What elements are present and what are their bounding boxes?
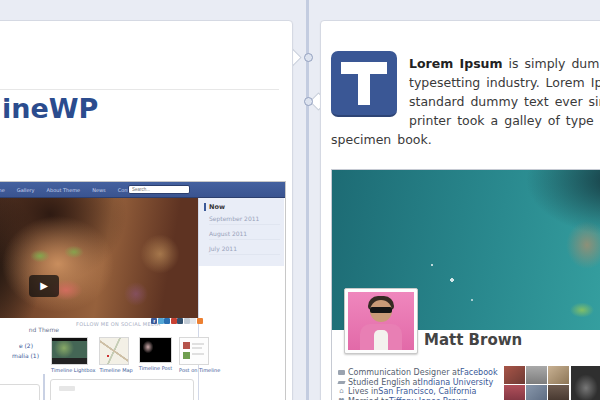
profile-name: Matt Brown: [424, 331, 522, 349]
info-text: Lives in: [348, 387, 378, 396]
card-divider: [0, 89, 279, 90]
paragraph-line: specimen book.: [331, 130, 432, 149]
home-icon: ⌂: [338, 388, 345, 395]
info-row-location: ⌂Lives in San Francisco, California: [338, 387, 498, 397]
profile-photo: [348, 292, 414, 350]
info-row-work: Communication Designer at Facebook: [338, 368, 498, 378]
thumbnail-caption[interactable]: Post on Timeline: [179, 367, 220, 373]
date-now[interactable]: Now: [204, 203, 280, 211]
theme-post-box: [0, 384, 40, 400]
thumbnail-image: [179, 337, 209, 365]
thumbnail-image: [51, 337, 88, 365]
nav-item-about[interactable]: About Theme: [47, 187, 81, 193]
friend-photo[interactable]: [504, 385, 525, 400]
thumbnail-caption[interactable]: Timeline Post: [139, 365, 172, 371]
play-icon: ▶: [40, 281, 48, 291]
info-link[interactable]: San Francisco, California: [378, 387, 476, 396]
thumbnail-lightbox[interactable]: Timeline Lightbox: [51, 337, 95, 373]
date-archive-link[interactable]: July 2011: [209, 245, 280, 255]
linkedin-icon[interactable]: [164, 318, 170, 324]
thumbnail-image: [99, 337, 129, 365]
feature-thumbnails: Timeline Lightbox Timeline Map Timeline …: [51, 337, 220, 373]
facebook-icon[interactable]: f: [151, 318, 157, 324]
thumbnail-caption[interactable]: Timeline Map: [99, 367, 132, 373]
theme-navbar: Home Gallery About Theme News Contacts: [0, 182, 285, 198]
theme-title: ineWP: [2, 93, 98, 124]
friend-photo[interactable]: [526, 385, 547, 400]
nav-item-gallery[interactable]: Gallery: [17, 187, 35, 193]
info-link[interactable]: Indiana University: [421, 378, 494, 387]
info-text: Studied English at: [348, 378, 421, 387]
theme-timeline-line: [43, 374, 45, 400]
rss-icon[interactable]: [197, 318, 203, 324]
thumbnail-image: [139, 337, 172, 363]
social-icons-row: f: [151, 318, 203, 324]
info-text: Communication Designer at: [348, 368, 460, 377]
friend-photo[interactable]: [548, 366, 569, 384]
graduation-cap-icon: [337, 381, 345, 384]
description-card-right[interactable]: Lorem Ipsum is simply dummy typesetting …: [320, 20, 600, 400]
sidebar-link-fragment[interactable]: nd Theme: [0, 326, 59, 333]
post-placeholder: [59, 386, 75, 391]
follow-label: FOLLOW ME ON SOCIAL MEDIA: [76, 321, 161, 327]
twitter-icon[interactable]: [158, 318, 164, 324]
thumbnail-post[interactable]: Timeline Post: [139, 337, 172, 371]
nav-item-home[interactable]: Home: [0, 187, 5, 193]
theme-screenshot[interactable]: Home Gallery About Theme News Contacts ▶…: [0, 181, 286, 400]
sidebar-link-fragment[interactable]: e (2): [0, 342, 33, 349]
facebook-profile-preview[interactable]: Matt Brown Communication Designer at Fac…: [331, 169, 600, 400]
t-logo: [331, 51, 397, 117]
info-link[interactable]: Facebook: [460, 368, 498, 377]
video-play-button[interactable]: ▶: [29, 275, 59, 297]
theme-search-input[interactable]: [128, 185, 190, 194]
date-archive-link[interactable]: August 2011: [209, 230, 280, 240]
paragraph-line: Lorem Ipsum is simply dummy: [409, 54, 600, 73]
thumbnail-caption[interactable]: Timeline Lightbox: [51, 367, 95, 373]
video-cover-photo: ▶: [0, 198, 198, 318]
friend-photo-large[interactable]: [571, 366, 600, 400]
friend-photo[interactable]: [548, 385, 569, 400]
paragraph-line: printer took a galley of type and s: [409, 111, 600, 130]
flickr-icon[interactable]: [190, 318, 196, 324]
theme-post-box: [50, 379, 194, 400]
profile-info-list: Communication Designer at Facebook Studi…: [338, 368, 498, 400]
youtube-icon[interactable]: [171, 318, 177, 324]
timeline-dot: [304, 97, 313, 106]
thumbnail-map[interactable]: Timeline Map: [99, 337, 132, 373]
friend-photo[interactable]: [504, 366, 525, 384]
friend-photo[interactable]: [526, 366, 547, 384]
thumbnail-post-on-timeline[interactable]: Post on Timeline: [179, 337, 220, 373]
dribbble-icon[interactable]: [184, 318, 190, 324]
timeline-dot: [304, 53, 313, 62]
paragraph-text: is simply dummy: [503, 56, 600, 71]
nav-item-news[interactable]: News: [92, 187, 106, 193]
sunglasses: [370, 307, 392, 313]
paragraph-line: standard dummy text ever since th: [409, 92, 600, 111]
profile-photo-shirt: [374, 330, 388, 350]
t-logo-stem: [358, 62, 370, 105]
info-row-education: Studied English at Indiana University: [338, 378, 498, 388]
briefcase-icon: [338, 370, 345, 375]
lorem-lead: Lorem Ipsum: [409, 56, 503, 71]
stumbleupon-icon[interactable]: [177, 318, 183, 324]
dates-panel: Now September 2011 August 2011 July 2011: [199, 198, 284, 266]
paragraph-line: typesetting industry. Lorem Ipsum: [409, 73, 600, 92]
sidebar-link-fragment[interactable]: malia (1): [0, 352, 39, 359]
date-archive-link[interactable]: September 2011: [209, 215, 280, 225]
profile-picture[interactable]: [344, 288, 418, 354]
friends-photo-grid: [504, 366, 570, 400]
theme-card-left[interactable]: ineWP Home Gallery About Theme News Cont…: [0, 20, 293, 400]
